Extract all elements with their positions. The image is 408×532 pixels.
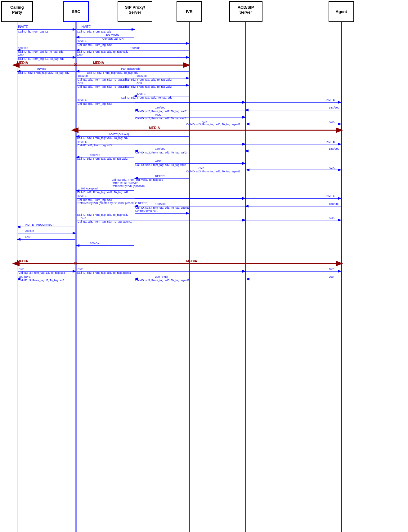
svg-text:18X/200: 18X/200 — [329, 202, 339, 206]
svg-text:Call-ID: l3, From_tag: L3: Call-ID: l3, From_tag: L3 — [18, 30, 48, 33]
svg-text:MEDIA: MEDIA — [93, 61, 104, 64]
svg-text:INVITE: INVITE — [81, 25, 91, 29]
svg-text:INVITE: INVITE — [137, 92, 146, 95]
svg-text:18X/200: 18X/200 — [155, 202, 166, 206]
svg-text:Call-ID: sd3, From_tag: sd3, T: Call-ID: sd3, From_tag: sd3, To_tag: age… — [186, 123, 240, 126]
svg-text:18X/200: 18X/200 — [329, 147, 339, 150]
svg-text:180/200: 180/200 — [155, 106, 165, 109]
svg-text:ACK: ACK — [137, 82, 142, 85]
svg-text:Call-ID: sd3, From_tag: sd3: Call-ID: sd3, From_tag: sd3 — [78, 102, 112, 105]
svg-text:BYE: BYE — [329, 268, 334, 271]
svg-text:Contact: Vail-IVR: Contact: Vail-IVR — [102, 37, 124, 40]
svg-text:Call-ID: l3, From_tag: l3, To_: Call-ID: l3, From_tag: l3, To_tag: sd3 — [18, 50, 63, 53]
svg-text:180/200: 180/200 — [78, 74, 88, 78]
svg-rect-3 — [64, 2, 88, 22]
svg-text:Call-ID: sd3, From_tag: sd3, T: Call-ID: sd3, From_tag: sd3, To_tag: age… — [186, 170, 240, 173]
svg-text:INVITE(OnHold): INVITE(OnHold) — [121, 67, 141, 70]
svg-text:Call-ID: sd2, From_tag: sd2, T: Call-ID: sd2, From_tag: sd2, To_tag vail… — [121, 85, 172, 88]
svg-text:Refer-To: SIP-Server: Refer-To: SIP-Server — [112, 181, 138, 184]
svg-text:180/100: 180/100 — [18, 47, 28, 50]
svg-text:Call-ID: l3, From_tag: l3, To_: Call-ID: l3, From_tag: l3, To_tag: sd3 — [19, 279, 64, 282]
svg-text:ACK: ACK — [155, 113, 161, 116]
svg-text:Agent: Agent — [336, 9, 347, 14]
svg-text:ACK: ACK — [329, 120, 335, 123]
svg-text:Call-ID: sd2, From_tag: sd2, T: Call-ID: sd2, From_tag: sd2, To_tag vail… — [121, 78, 172, 81]
svg-text:Call-ID: sd2, From_tag: sd2, T: Call-ID: sd2, From_tag: sd2, To_tag: vai… — [77, 213, 128, 216]
svg-text:Call-ID: sd2, From_tag: vail2,: Call-ID: sd2, From_tag: vail2, To_tag: s… — [77, 191, 128, 194]
svg-text:Call-ID: sd2, From_tag: vail2,: Call-ID: sd2, From_tag: vail2, To_tag: s… — [77, 136, 128, 140]
svg-text:200 OK: 200 OK — [25, 229, 34, 233]
svg-text:MEDIA: MEDIA — [149, 126, 160, 130]
svg-text:MEDIA: MEDIA — [17, 259, 28, 263]
svg-text:200: 200 — [329, 275, 334, 278]
svg-text:200 (BYE): 200 (BYE) — [155, 275, 168, 278]
svg-rect-5 — [118, 2, 152, 22]
svg-text:REFER: REFER — [155, 175, 165, 178]
svg-text:IVR: IVR — [186, 9, 193, 14]
svg-text:180/200: 180/200 — [90, 153, 100, 157]
svg-text:✕: ✕ — [74, 127, 77, 132]
svg-text:200 (BYE): 200 (BYE) — [19, 275, 32, 278]
svg-text:ACK: ACK — [18, 54, 24, 57]
svg-text:Call-ID: sd2, From_tag: vail2,: Call-ID: sd2, From_tag: vail2, To_tag: s… — [112, 178, 163, 181]
svg-rect-13 — [329, 2, 354, 22]
svg-text:INVITE: INVITE — [326, 140, 335, 143]
svg-text:BYE: BYE — [78, 268, 83, 271]
svg-text:ACK: ACK — [155, 160, 161, 163]
svg-text:INVITE: INVITE — [326, 194, 335, 197]
svg-text:Call-ID: sd1, From_tag: sd1: Call-ID: sd1, From_tag: sd1 — [77, 30, 111, 33]
svg-text:SIP Proxy/: SIP Proxy/ — [125, 5, 145, 10]
svg-text:Party: Party — [12, 10, 22, 15]
svg-text:302 Moved: 302 Moved — [105, 33, 119, 36]
svg-text:ACK: ACK — [199, 166, 204, 169]
svg-rect-10 — [230, 2, 262, 22]
svg-text:ACK: ACK — [329, 166, 335, 169]
svg-text:Call-ID: sd2, From_tag: sd2, T: Call-ID: sd2, From_tag: sd2, To_tag: vai… — [135, 151, 186, 154]
svg-text:ACD/SIP: ACD/SIP — [238, 5, 254, 10]
svg-text:INVITE: INVITE — [78, 194, 87, 197]
svg-text:Call-ID: sd3, From_tag: sd3, T: Call-ID: sd3, From_tag: sd3, To_tag: age… — [78, 220, 132, 223]
svg-text:MEDIA: MEDIA — [17, 61, 28, 64]
svg-text:ACK: ACK — [78, 82, 83, 85]
svg-text:Call-ID: sd3, From_tag: sd3: Call-ID: sd3, From_tag: sd3 — [78, 198, 112, 202]
svg-text:✕: ✕ — [74, 62, 77, 67]
svg-text:ACK: ACK — [329, 216, 335, 219]
svg-text:Call-ID: sd2, From_tag: vail2,: Call-ID: sd2, From_tag: vail2, To_tag: s… — [87, 71, 138, 74]
svg-text:Call-ID: sd3, From_tag: sd3, T: Call-ID: sd3, From_tag: sd3, To_tag: age… — [77, 271, 131, 274]
svg-text:18X/200: 18X/200 — [329, 106, 339, 109]
svg-text:✕: ✕ — [74, 261, 77, 266]
svg-text:Call-ID: sd2, From_tag: sd2, T: Call-ID: sd2, From_tag: sd2, To_tag vail… — [77, 157, 128, 160]
svg-text:Call-ID: sd2, From_tag: sd2, T: Call-ID: sd2, From_tag: sd2, To_tag vail… — [135, 163, 186, 166]
svg-text:180/200: 180/200 — [130, 47, 141, 50]
svg-text:INVITE - RECONNECT: INVITE - RECONNECT — [25, 223, 54, 226]
diagram: Calling Party SBC SIP Proxy/ Server IVR … — [0, 0, 408, 532]
svg-text:SBC: SBC — [72, 9, 80, 14]
svg-text:INVITE: INVITE — [37, 67, 46, 70]
svg-text:180/200: 180/200 — [155, 147, 165, 150]
svg-text:ACK: ACK — [202, 120, 208, 123]
svg-text:Call-ID: sd2, From_tag: sd2: Call-ID: sd2, From_tag: sd2 — [78, 43, 112, 47]
svg-text:INVITE: INVITE — [78, 140, 87, 143]
svg-text:INVITE: INVITE — [326, 98, 335, 101]
svg-text:INVITE(OnHold): INVITE(OnHold) — [109, 133, 129, 136]
svg-text:200 OK: 200 OK — [90, 242, 100, 245]
svg-text:ACK: ACK — [81, 216, 87, 219]
svg-text:Call-ID: l3, From_tag: L3, To_: Call-ID: l3, From_tag: L3, To_tag: sd3 — [19, 271, 65, 274]
svg-text:Referred-By:IVR (created by SD: Referred-By:IVR (created by SD if not pr… — [78, 202, 149, 205]
svg-text:INVITE: INVITE — [18, 25, 28, 29]
svg-text:180/200: 180/200 — [137, 74, 147, 78]
svg-text:Call-ID: sd3, From_tag: sd3: Call-ID: sd3, From_tag: sd3 — [78, 144, 112, 147]
svg-text:Call-ID: l3, From_tag: L3, To_: Call-ID: l3, From_tag: L3, To_tag: sd3 — [18, 57, 64, 60]
svg-text:INVITE: INVITE — [78, 98, 87, 101]
svg-text:202 Accepted: 202 Accepted — [81, 187, 98, 190]
svg-text:Call-ID: sd3, From_tag: sd3, T: Call-ID: sd3, From_tag: sd3, To_tag: age… — [135, 279, 189, 282]
svg-text:Call-ID: sd3, From_tag: sd3, T: Call-ID: sd3, From_tag: sd3, To_tag: age… — [135, 206, 189, 209]
svg-text:Server: Server — [240, 10, 252, 15]
svg-text:NOTIFY (200 OK): NOTIFY (200 OK) — [135, 210, 158, 213]
svg-text:Call-ID: sd2, From_tag: sd2, T: Call-ID: sd2, From_tag: sd2, To_tag: vai… — [78, 78, 129, 81]
svg-rect-8 — [177, 2, 202, 22]
svg-rect-0 — [2, 2, 33, 22]
svg-text:MEDIA: MEDIA — [186, 259, 197, 263]
svg-text:Server: Server — [129, 10, 141, 15]
svg-text:ACK: ACK — [25, 236, 31, 239]
